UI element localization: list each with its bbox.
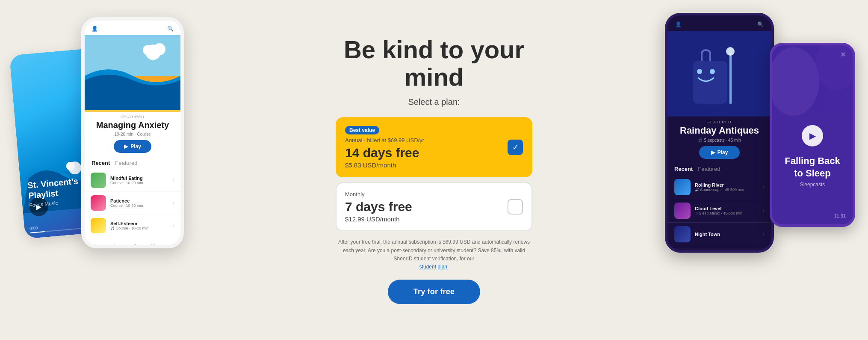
dark-thumb-rolling-river	[674, 179, 691, 195]
sleep-icon: ☽	[132, 243, 138, 248]
play-triangle-icon: ▶	[124, 143, 128, 149]
purple-phone-content: ▶ Falling Back to Sleep Sleepcasts	[772, 45, 853, 224]
nav-focus[interactable]: ⊙ Focus	[166, 243, 176, 248]
move-icon: ♡	[150, 243, 156, 248]
front-left-course-meta: 10-20 min · Course	[85, 130, 180, 140]
nav-meditate[interactable]: ◎ Meditate	[108, 243, 121, 248]
nav-move[interactable]: ♡ Move	[149, 243, 157, 248]
dark-list-name-0: Rolling River	[695, 182, 763, 188]
svg-point-15	[710, 69, 715, 74]
chevron-right-icon-2: ›	[173, 223, 174, 229]
svg-point-12	[726, 47, 735, 56]
dark-chevron-0: ›	[763, 184, 765, 190]
dark-play-button[interactable]: ▶ Play	[699, 146, 740, 159]
dark-nav-sleep[interactable]: ☽ Sleep	[717, 252, 726, 253]
monthly-free-days: 7 days free	[345, 199, 523, 215]
profile-icon[interactable]: 👤	[92, 26, 98, 32]
list-meta-0: Course · 10-20 min	[110, 181, 173, 185]
dark-play-triangle-icon: ▶	[711, 149, 715, 155]
dark-list-text-1: Cloud Level ☽ Sleep Music · 45-500 min	[695, 206, 763, 215]
dark-nav-focus[interactable]: ⚙ Focus	[756, 252, 766, 253]
nav-today[interactable]: ⊞ Today	[89, 243, 98, 248]
phone-front-left-header: 👤 🔍	[85, 21, 180, 35]
dark-list-item-rolling-river[interactable]: Rolling River 🔊 Soundscape · 45-500 min …	[667, 176, 771, 199]
page-wrapper: ▶ St. Vincent's Playlist Focus Music 0:0…	[0, 0, 868, 340]
front-left-featured-label: Featured	[85, 112, 180, 120]
dark-list-text-2: Night Town	[695, 232, 763, 237]
list-item-patience[interactable]: Patience Course · 10-20 min ›	[85, 192, 180, 215]
thumb-patience	[91, 195, 106, 211]
list-item-mindful-eating[interactable]: Mindful Eating Course · 10-20 min ›	[85, 169, 180, 192]
dark-move-icon: ♡	[738, 252, 744, 253]
headline-line1: Be kind to your	[344, 36, 524, 63]
phone-dark-main: 👤 🔍	[665, 13, 774, 253]
list-name-1: Patience	[110, 198, 173, 203]
chevron-right-icon-1: ›	[173, 200, 174, 206]
play-label: Play	[130, 143, 141, 149]
tab-featured[interactable]: Featured	[115, 160, 137, 166]
monthly-check-icon	[508, 199, 523, 215]
dark-tab-recent[interactable]: Recent	[674, 166, 693, 172]
nav-sleep[interactable]: ☽ Sleep	[130, 243, 139, 248]
dark-list-item-cloud-level[interactable]: Cloud Level ☽ Sleep Music · 45-500 min ›	[667, 199, 771, 223]
front-left-course-title: Managing Anxiety	[85, 120, 180, 130]
disclaimer-text: After your free trial, the annual subscr…	[336, 238, 532, 271]
annual-price: $5.83 USD/month	[345, 161, 523, 169]
chevron-right-icon-0: ›	[173, 177, 174, 183]
svg-rect-11	[729, 52, 732, 104]
dark-course-image	[667, 31, 771, 116]
dark-list-name-2: Night Town	[695, 232, 763, 237]
monthly-plan-card[interactable]: Monthly 7 days free $12.99 USD/month	[336, 182, 532, 231]
dark-course-title: Rainday Antiques	[667, 125, 771, 136]
dark-list-meta-1: ☽ Sleep Music · 45-500 min	[695, 211, 763, 215]
front-left-play-button[interactable]: ▶ Play	[114, 140, 151, 153]
phone-dark-header: 👤 🔍	[667, 15, 771, 31]
focus-icon: ⊙	[168, 243, 174, 248]
dark-meditate-icon: ◎	[697, 252, 703, 253]
purple-time: 11:31	[834, 213, 846, 218]
list-meta-1: Course · 10-20 min	[110, 203, 173, 208]
front-left-tabs: Recent Featured	[85, 157, 180, 169]
best-value-badge: Best value	[345, 126, 379, 134]
dark-search-icon[interactable]: 🔍	[757, 21, 764, 27]
tab-recent[interactable]: Recent	[92, 160, 110, 166]
list-item-self-esteem[interactable]: Self-Esteem 🎵 Course · 10-20 min ›	[85, 215, 180, 237]
dark-featured-label: Featured	[667, 116, 771, 125]
meditate-icon: ◎	[112, 243, 118, 248]
list-meta-2: 🎵 Course · 10-20 min	[110, 226, 173, 230]
dark-nav-move[interactable]: ♡ Move	[737, 252, 746, 253]
disclaimer-body: After your free trial, the annual subscr…	[338, 239, 530, 261]
dark-list-item-night-town[interactable]: Night Town ›	[667, 223, 771, 246]
dark-list-name-1: Cloud Level	[695, 206, 763, 211]
phones-left: ▶ St. Vincent's Playlist Focus Music 0:0…	[0, 0, 239, 340]
svg-point-9	[143, 45, 153, 55]
thumb-self-esteem	[91, 218, 106, 233]
dark-course-meta: 🎵 Sleepcasts · 45 min	[667, 136, 771, 146]
dark-nav-today[interactable]: ⊞ Today	[673, 252, 682, 253]
plans-container: Best value Annual · billed at $69.99 USD…	[336, 117, 532, 231]
list-text-self-esteem: Self-Esteem 🎵 Course · 10-20 min	[110, 221, 173, 230]
dark-list-text-0: Rolling River 🔊 Soundscape · 45-500 min	[695, 182, 763, 192]
student-plan-link[interactable]: student plan.	[419, 264, 449, 270]
main-headline: Be kind to your mind	[344, 36, 524, 91]
annual-check-icon: ✓	[508, 140, 523, 155]
try-for-free-button[interactable]: Try for free	[388, 280, 480, 304]
svg-point-8	[154, 43, 165, 55]
dark-chevron-2: ›	[763, 231, 765, 237]
dark-tab-featured[interactable]: Featured	[698, 166, 720, 172]
annual-plan-card[interactable]: Best value Annual · billed at $69.99 USD…	[336, 117, 532, 177]
dark-chevron-1: ›	[763, 208, 765, 214]
thumb-mindful-eating	[91, 173, 106, 188]
svg-point-14	[697, 69, 702, 74]
subheadline: Select a plan:	[408, 97, 460, 107]
dark-sleep-icon: ☽	[719, 252, 725, 253]
annual-billing-label: Annual · billed at $69.99 USD/yr	[345, 137, 523, 143]
dark-profile-icon[interactable]: 👤	[675, 21, 682, 27]
dark-thumb-night-town	[674, 226, 691, 242]
course-image	[85, 35, 180, 112]
list-name-2: Self-Esteem	[110, 221, 173, 226]
search-icon[interactable]: 🔍	[167, 26, 174, 32]
progress-fill	[30, 231, 45, 233]
dark-nav-meditate[interactable]: ◎ Meditate	[693, 252, 706, 253]
phones-right: 👤 🔍	[620, 0, 868, 340]
